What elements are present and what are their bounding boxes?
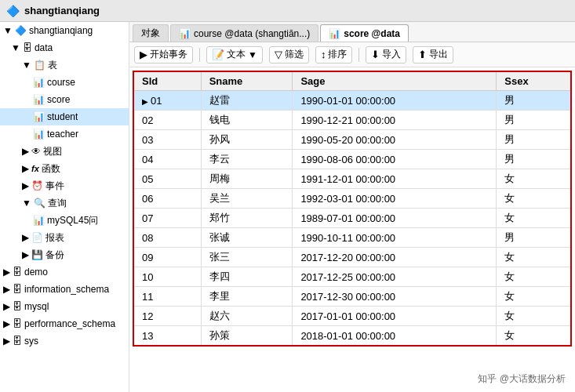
sidebar-item-sys[interactable]: ▶ 🗄 sys xyxy=(0,332,129,350)
table-row[interactable]: ▶01赵雷1990-01-01 00:00:00男 xyxy=(133,91,571,111)
cell-ssex: 男 xyxy=(497,150,571,169)
sidebar-item-data[interactable]: ▼ 🗄 data xyxy=(0,39,129,56)
sidebar-item-label: demo xyxy=(24,267,48,278)
sidebar-item-label: 视图 xyxy=(43,145,62,158)
cell-ssex: 女 xyxy=(497,248,571,267)
table-row[interactable]: 05周梅1991-12-01 00:00:00女 xyxy=(133,169,571,189)
sidebar-item-functions[interactable]: ▶ fx 函数 xyxy=(0,160,129,177)
col-header-sld[interactable]: Sld xyxy=(133,71,201,91)
expand-icon: ▶ xyxy=(3,301,10,312)
cell-ssex: 女 xyxy=(497,307,571,326)
sidebar-item-mysql[interactable]: ▶ 🗄 mysql xyxy=(0,298,129,315)
sidebar-item-teacher[interactable]: 📊 teacher xyxy=(0,125,129,143)
toolbar-separator-2 xyxy=(358,48,359,62)
server-icon: 🔷 xyxy=(15,25,27,36)
cell-sld: 02 xyxy=(133,111,201,130)
cell-sname: 吴兰 xyxy=(201,189,293,209)
sidebar-item-tables[interactable]: ▼ 📋 表 xyxy=(0,56,129,74)
table-row[interactable]: 07郑竹1989-07-01 00:00:00女 xyxy=(133,209,571,228)
cell-sage: 2017-12-30 00:00:00 xyxy=(293,287,497,307)
expand-icon: ▶ xyxy=(22,146,29,157)
cell-sage: 2017-12-25 00:00:00 xyxy=(293,267,497,287)
table-row[interactable]: 10李四2017-12-25 00:00:00女 xyxy=(133,267,571,287)
tab-course-label: course @data (shangtiān...) xyxy=(194,28,310,39)
expand-icon: ▶ xyxy=(22,180,29,191)
sidebar-item-course[interactable]: 📊 course xyxy=(0,74,129,91)
sidebar-item-label: course xyxy=(47,77,75,88)
sidebar-item-events[interactable]: ▶ ⏰ 事件 xyxy=(0,177,129,194)
cell-sage: 1992-03-01 00:00:00 xyxy=(293,189,497,209)
cell-sage: 2018-01-01 00:00:00 xyxy=(293,326,497,347)
tab-object-label: 对象 xyxy=(141,27,160,40)
expand-icon: ▶ xyxy=(22,232,29,243)
table-row[interactable]: 09张三2017-12-20 00:00:00女 xyxy=(133,248,571,267)
tab-object[interactable]: 对象 xyxy=(133,24,169,42)
sidebar-item-backup[interactable]: ▶ 💾 备份 xyxy=(0,246,129,263)
table-header-row: Sld Sname Sage Ssex xyxy=(133,71,571,91)
cell-ssex: 男 xyxy=(497,111,571,130)
table-row[interactable]: 08张诚1990-10-11 00:00:00男 xyxy=(133,228,571,248)
import-button[interactable]: ⬇ 导入 xyxy=(366,46,406,64)
table-row[interactable]: 02钱电1990-12-21 00:00:00男 xyxy=(133,111,571,130)
sidebar-item-information-schema[interactable]: ▶ 🗄 information_schema xyxy=(0,281,129,298)
db-icon: ▼ xyxy=(3,25,13,36)
table-row[interactable]: 12赵六2017-01-01 00:00:00女 xyxy=(133,307,571,326)
queries-icon: 🔍 xyxy=(34,198,45,209)
title-bar-text: shangtianqiang xyxy=(24,5,100,16)
cell-sname: 张三 xyxy=(201,248,293,267)
cell-sname: 张诚 xyxy=(201,228,293,248)
cell-sage: 1990-10-11 00:00:00 xyxy=(293,228,497,248)
sidebar-item-score[interactable]: 📊 score xyxy=(0,91,129,108)
sort-label: 排序 xyxy=(328,48,347,61)
table-row[interactable]: 03孙风1990-05-20 00:00:00男 xyxy=(133,130,571,150)
sidebar-item-reports[interactable]: ▶ 📄 报表 xyxy=(0,229,129,246)
fx-icon: fx xyxy=(31,164,39,173)
export-icon: ⬆ xyxy=(418,49,427,60)
filter-button[interactable]: ▽ 筛选 xyxy=(269,46,309,64)
app-container: 🔷 shangtianqiang ▼ 🔷 shangtianqiang ▼ 🗄 … xyxy=(0,0,575,392)
expand-icon: ▶ xyxy=(3,284,10,295)
text-button[interactable]: 📝 文本 ▼ xyxy=(206,46,263,64)
transaction-icon: ▶ xyxy=(140,49,147,60)
import-icon: ⬇ xyxy=(371,49,380,60)
sidebar-item-demo[interactable]: ▶ 🗄 demo xyxy=(0,263,129,281)
database-icon: 🗄 xyxy=(23,42,32,53)
table-row[interactable]: 11李里2017-12-30 00:00:00女 xyxy=(133,287,571,307)
cell-sname: 李里 xyxy=(201,287,293,307)
sidebar-item-label: 备份 xyxy=(45,249,64,262)
begin-transaction-button[interactable]: ▶ 开始事务 xyxy=(134,46,193,64)
sidebar-item-student[interactable]: 📊 student xyxy=(0,108,129,125)
query-icon: 📊 xyxy=(33,215,45,226)
tab-score-label: score @data xyxy=(344,28,400,39)
sort-button[interactable]: ↕ 排序 xyxy=(315,46,353,64)
sidebar-item-views[interactable]: ▶ 👁 视图 xyxy=(0,143,129,160)
backup-icon: 💾 xyxy=(31,249,43,260)
table-row[interactable]: 06吴兰1992-03-01 00:00:00女 xyxy=(133,189,571,209)
sidebar-item-mysql45[interactable]: 📊 mySQL45问 xyxy=(0,212,129,229)
sidebar-item-shangtianqiang[interactable]: ▼ 🔷 shangtianqiang xyxy=(0,22,129,39)
expand-icon: ▶ xyxy=(3,336,10,347)
cell-ssex: 男 xyxy=(497,91,571,111)
sidebar-item-label: 表 xyxy=(48,59,57,72)
sidebar-item-queries[interactable]: ▼ 🔍 查询 xyxy=(0,194,129,212)
events-icon: ⏰ xyxy=(31,180,43,191)
col-header-sage[interactable]: Sage xyxy=(293,71,497,91)
sidebar-item-label: student xyxy=(47,111,78,122)
col-header-ssex[interactable]: Ssex xyxy=(497,71,571,91)
tab-score[interactable]: 📊 score @data xyxy=(320,24,409,42)
cell-ssex: 女 xyxy=(497,326,571,347)
table-row[interactable]: 04李云1990-08-06 00:00:00男 xyxy=(133,150,571,169)
filter-label: 筛选 xyxy=(285,48,304,61)
db-perf-icon: 🗄 xyxy=(13,318,22,329)
filter-icon: ▽ xyxy=(275,49,282,60)
main-area: ▼ 🔷 shangtianqiang ▼ 🗄 data ▼ 📋 表 📊 cour… xyxy=(0,22,575,392)
tab-course[interactable]: 📊 course @data (shangtiān...) xyxy=(170,24,318,42)
sidebar-item-performance-schema[interactable]: ▶ 🗄 performance_schema xyxy=(0,315,129,332)
table-row[interactable]: 13孙策2018-01-01 00:00:00女 xyxy=(133,326,571,347)
table-icon: 📊 xyxy=(33,77,45,88)
export-button[interactable]: ⬆ 导出 xyxy=(413,46,453,64)
cell-ssex: 女 xyxy=(497,267,571,287)
sidebar-item-label: 事件 xyxy=(45,180,64,193)
col-header-sname[interactable]: Sname xyxy=(201,71,293,91)
cell-sname: 周梅 xyxy=(201,169,293,189)
